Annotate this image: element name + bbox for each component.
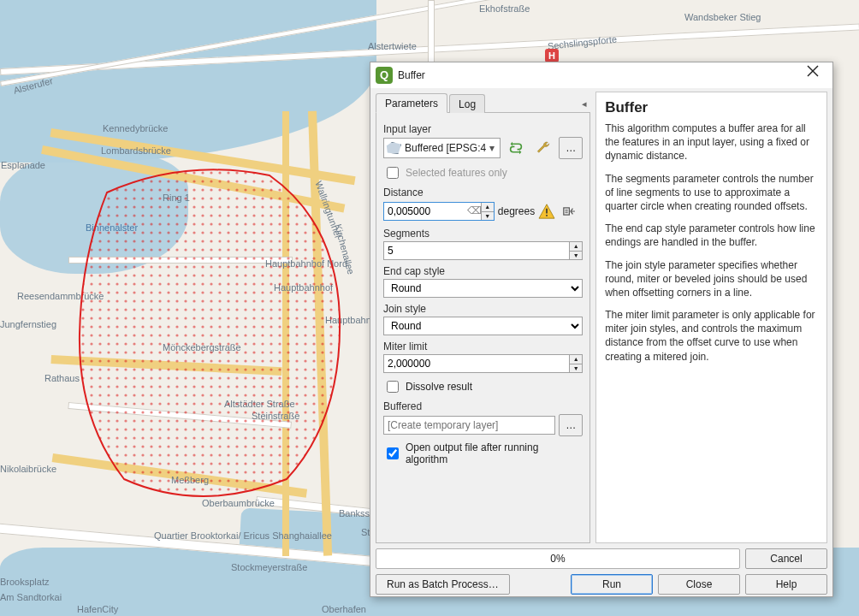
- parameters-form: Input layer Buffered [EPSG:4 ▾ …: [376, 113, 590, 543]
- run-batch-button[interactable]: Run as Batch Process…: [376, 574, 510, 595]
- dialog-titlebar: Buffer: [370, 62, 832, 88]
- close-icon: [807, 65, 819, 77]
- map-label: Binnenalster: [86, 222, 138, 233]
- chevron-down-icon: ▾: [486, 142, 498, 154]
- data-defined-icon: [563, 204, 578, 218]
- crs-warning-icon: [538, 204, 555, 219]
- map-label: Esplanade: [1, 160, 45, 170]
- map-label: Brooksplatz: [0, 577, 49, 587]
- progress-bar: 0%: [376, 548, 740, 569]
- map-label: Meßberg: [171, 475, 209, 485]
- map-label: Jungfernstieg: [0, 319, 56, 329]
- wrench-icon: [536, 140, 551, 156]
- help-paragraph: The segments parameter controls the numb…: [605, 172, 818, 214]
- map-label: Wandsbeker Stieg: [684, 12, 761, 22]
- tab-parameters[interactable]: Parameters: [376, 93, 447, 113]
- segments-spinner[interactable]: ▲▼: [569, 242, 582, 259]
- map-label: Nikolaibrücke: [0, 464, 56, 474]
- help-pane: Buffer This algorithm computes a buffer …: [595, 92, 827, 543]
- iterate-features-button[interactable]: [504, 137, 528, 159]
- input-layer-combo[interactable]: Buffered [EPSG:4 ▾: [383, 138, 501, 158]
- map-label: Ring 1: [163, 192, 190, 203]
- advanced-options-button[interactable]: [531, 137, 555, 159]
- label-join-style: Join style: [383, 303, 583, 315]
- dialog-title: Buffer: [398, 69, 807, 81]
- output-browse-button[interactable]: …: [559, 414, 583, 436]
- segments-input[interactable]: [383, 241, 583, 260]
- cancel-button[interactable]: Cancel: [745, 548, 827, 569]
- map-label: Lombardsbrücke: [101, 145, 171, 156]
- map-label: Oberbaumbrücke: [202, 498, 275, 508]
- map-label: Rathaus: [44, 373, 80, 383]
- close-dialog-button[interactable]: Close: [658, 574, 740, 595]
- map-label: Hauptbahnhof Nord: [265, 258, 347, 269]
- map-label: Stockmeyerstraße: [231, 562, 307, 572]
- help-paragraph: The miter limit parameter is only applic…: [605, 308, 818, 364]
- map-label: Mönckebergstraße: [163, 342, 241, 352]
- label-dissolve: Dissolve result: [406, 381, 472, 393]
- distance-spinner[interactable]: ▲▼: [481, 203, 494, 220]
- ellipsis-icon: …: [566, 142, 576, 154]
- tab-log[interactable]: Log: [449, 94, 485, 113]
- label-end-cap: End cap style: [383, 265, 583, 277]
- label-miter-limit: Miter limit: [383, 341, 583, 352]
- parameters-pane: Parameters Log ◂ Input layer Buffered [E…: [376, 92, 590, 543]
- iterate-icon: [507, 141, 524, 155]
- data-defined-override-button[interactable]: [559, 200, 583, 222]
- map-label: Quartier Brooktorkai/ Ericus Shanghaiall…: [154, 530, 332, 541]
- open-output-checkbox[interactable]: [387, 447, 399, 459]
- label-distance: Distance: [383, 187, 583, 198]
- label-selected-only: Selected features only: [406, 167, 507, 179]
- map-label: HafenCity: [77, 604, 118, 614]
- qgis-app-icon: [376, 67, 393, 84]
- help-paragraph: The join style parameter specifies wheth…: [605, 258, 818, 300]
- ellipsis-icon: …: [566, 419, 576, 431]
- distance-unit: degrees: [498, 205, 535, 217]
- polygon-layer-icon: [386, 142, 401, 154]
- label-buffered: Buffered: [383, 400, 583, 412]
- hospital-marker-icon: H: [545, 49, 559, 62]
- select-layer-button[interactable]: …: [559, 137, 583, 159]
- join-style-select[interactable]: Round: [383, 317, 583, 335]
- help-button[interactable]: Help: [745, 574, 827, 595]
- map-label: Ekhofstraße: [479, 3, 530, 14]
- buffer-dialog: Buffer Parameters Log ◂ Input layer Buff…: [370, 62, 833, 597]
- label-input-layer: Input layer: [383, 123, 583, 135]
- svg-rect-3: [546, 209, 548, 214]
- clear-distance-button[interactable]: ⌫: [467, 204, 479, 216]
- run-button[interactable]: Run: [571, 574, 653, 595]
- selected-features-only-checkbox[interactable]: [387, 167, 399, 179]
- map-label: Hauptbahnhof: [274, 282, 333, 293]
- help-paragraph: The end cap style parameter controls how…: [605, 222, 818, 249]
- map-label: Kennedybrücke: [103, 123, 168, 133]
- map-label: Altstädter Straße: [224, 399, 295, 409]
- collapse-help-icon[interactable]: ◂: [582, 98, 590, 112]
- help-paragraph: This algorithm computes a buffer area fo…: [605, 121, 818, 163]
- label-open-output: Open output file after running algorithm: [406, 441, 583, 465]
- map-label: Steinstraße: [252, 411, 299, 421]
- help-title: Buffer: [605, 99, 818, 116]
- svg-rect-4: [546, 215, 548, 216]
- map-label: Am Sandtorkai: [0, 592, 62, 602]
- map-label: Oberhafen: [322, 604, 366, 614]
- map-label: Alstertwiete: [368, 41, 417, 51]
- output-path-input[interactable]: [383, 416, 555, 435]
- miter-limit-input[interactable]: [383, 354, 583, 373]
- miter-limit-spinner[interactable]: ▲▼: [569, 355, 582, 372]
- progress-label: 0%: [376, 549, 739, 568]
- dissolve-result-checkbox[interactable]: [387, 381, 399, 393]
- label-segments: Segments: [383, 228, 583, 240]
- close-button[interactable]: [807, 65, 827, 86]
- map-label: Reesendammbrücke: [17, 291, 104, 301]
- end-cap-select[interactable]: Round: [383, 279, 583, 298]
